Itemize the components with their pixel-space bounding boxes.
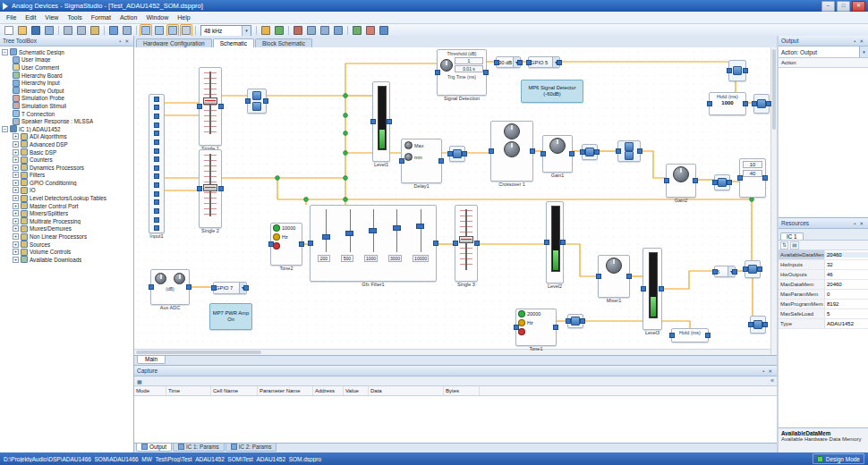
capture-window-icon[interactable] — [332, 24, 345, 37]
block-tG[interactable] — [567, 314, 583, 328]
output-body[interactable] — [779, 68, 868, 216]
resource-row-maxdatamem[interactable]: MaxDataMem20460 — [779, 280, 868, 290]
block-gain2[interactable]: Gain2 — [666, 164, 696, 198]
expand-icon[interactable]: + — [13, 218, 19, 224]
collapse-icon[interactable]: « — [770, 377, 774, 385]
block-input1[interactable]: Input1 — [149, 94, 165, 233]
zoom-out-icon[interactable] — [153, 24, 166, 37]
block-vals1[interactable]: 1040 — [739, 158, 766, 198]
column-mode[interactable]: Mode — [134, 386, 166, 395]
block-tD[interactable] — [714, 174, 730, 190]
block-tF[interactable] — [750, 316, 766, 334]
expand-icon[interactable]: + — [13, 195, 19, 201]
deploy-icon[interactable] — [364, 24, 377, 37]
menu-help[interactable]: Help — [173, 13, 194, 23]
tree-item-hierarchy-board[interactable]: Hierarchy Board — [2, 72, 133, 80]
design-mode-icon[interactable] — [351, 24, 363, 37]
menu-edit[interactable]: Edit — [21, 13, 40, 23]
tree-item-user-image[interactable]: User Image — [2, 56, 133, 64]
block-mp7note[interactable]: MP7 PWR Amp On — [209, 303, 252, 330]
link-compile-connect-icon[interactable] — [260, 24, 272, 37]
block-mp6note[interactable]: MP6 Signal Detector (-60dB) — [521, 80, 583, 103]
column-data[interactable]: Data — [369, 386, 444, 395]
capture-grid-icon[interactable]: ▦ — [137, 378, 142, 385]
block-xover1[interactable]: Crossover 1 — [490, 121, 533, 182]
tab-output[interactable]: Output — [136, 444, 172, 452]
tree-item-sources[interactable]: +Sources — [2, 241, 133, 249]
eq-slider[interactable] — [345, 209, 353, 252]
collapse-expander-icon[interactable]: − — [2, 126, 8, 132]
resource-row-type[interactable]: TypeADAU1452 — [779, 319, 868, 329]
block-geq1[interactable]: 2005001000300010000Gfx Filter1 — [310, 205, 437, 282]
block-gpio7[interactable]: GPIO 7 — [213, 282, 247, 294]
block-single3[interactable]: Single 3 — [455, 205, 478, 282]
expand-icon[interactable]: + — [13, 149, 19, 156]
knob-control[interactable] — [440, 59, 453, 72]
tree-item-muxes-demuxes[interactable]: +Muxes/Demuxes — [2, 225, 133, 233]
expand-icon[interactable]: + — [13, 156, 19, 163]
tree-item-user-comment[interactable]: User Comment — [2, 63, 133, 72]
tree-item-counters[interactable]: +Counters — [2, 156, 133, 164]
export-icon[interactable] — [43, 24, 55, 37]
fader-handle[interactable] — [203, 97, 217, 105]
tab-main[interactable]: Main — [137, 356, 166, 364]
paste-icon[interactable] — [89, 24, 101, 37]
column-time[interactable]: Time — [166, 386, 211, 395]
expand-icon[interactable]: + — [13, 133, 19, 140]
tree-item-advanced-dsp[interactable]: +Advanced DSP — [2, 140, 133, 148]
block-tC[interactable] — [617, 140, 641, 162]
scrollbar-thumb[interactable] — [772, 49, 776, 130]
grid-icon[interactable] — [180, 24, 192, 37]
tree-item-master-control-port[interactable]: +Master Control Port — [2, 202, 133, 210]
expand-icon[interactable]: + — [13, 187, 19, 193]
canvas-vertical-scrollbar[interactable] — [770, 47, 777, 355]
tree-item-volume-controls[interactable]: +Volume Controls — [2, 248, 133, 256]
output-action-select[interactable]: Action: Output ▾ — [779, 46, 868, 58]
resource-row-maxprogrammem[interactable]: MaxProgramMem8192 — [779, 300, 868, 309]
menu-view[interactable]: View — [40, 13, 63, 23]
tree-item-io[interactable]: +IO — [2, 187, 133, 195]
resource-row-maxsafeload[interactable]: MaxSafeLoad5 — [779, 309, 868, 319]
resource-row-maxparammem[interactable]: MaxParamMem0 — [779, 290, 868, 300]
tab-ic-1-params[interactable]: IC 1: Params — [173, 444, 225, 452]
eq-slider-handle[interactable] — [416, 224, 424, 229]
zoom-fit-icon[interactable] — [166, 24, 179, 37]
fader-handle[interactable] — [203, 184, 217, 191]
tree-item-dynamics-processors[interactable]: +Dynamics Processors — [2, 164, 133, 172]
tree-item-simulation-stimuli[interactable]: Simulation Stimuli — [2, 102, 133, 110]
close-button[interactable]: ✕ — [852, 1, 865, 12]
close-icon[interactable]: ✕ — [857, 37, 865, 46]
schematic-canvas[interactable]: Input1Single 1Single 2Level1Threshold (d… — [134, 47, 770, 349]
redo-icon[interactable] — [121, 24, 133, 37]
tree-item-hierarchy-output[interactable]: Hierarchy Output — [2, 87, 133, 95]
knob-control[interactable] — [404, 153, 413, 161]
block-hold1[interactable]: Hold (ms)1000 — [709, 92, 746, 115]
expand-icon[interactable]: + — [13, 233, 19, 240]
block-pots1[interactable]: (dB)Aux ADC — [150, 269, 190, 305]
column-value[interactable]: Value — [344, 386, 369, 395]
knob-control[interactable] — [155, 273, 166, 284]
sample-rate-select[interactable]: 48 kHz▾ — [200, 25, 251, 37]
knob-control[interactable] — [174, 273, 185, 284]
expand-icon[interactable]: + — [13, 210, 19, 216]
knob-control[interactable] — [504, 141, 520, 157]
block-thr30[interactable]: 30 dB — [496, 56, 521, 68]
column-address[interactable]: Address — [313, 386, 344, 395]
block-tA[interactable] — [449, 146, 465, 162]
block-tE[interactable] — [745, 260, 761, 278]
column-cell-name[interactable]: Cell Name — [211, 386, 258, 395]
block-tone2[interactable]: 10000HzTone2 — [270, 223, 302, 266]
resource-row-hwinputs[interactable]: HwInputs32 — [779, 260, 868, 270]
tab-ic-2-params[interactable]: IC 2: Params — [226, 444, 277, 452]
block-mixer1[interactable]: Mixer1 — [598, 255, 630, 298]
expand-icon[interactable]: + — [13, 172, 19, 178]
close-icon[interactable]: ✕ — [766, 367, 774, 376]
block-single1[interactable]: Single 1 — [199, 67, 222, 146]
eq-slider[interactable] — [369, 209, 377, 252]
tree-item-available-downloads[interactable]: +Available Downloads — [2, 256, 133, 264]
save-icon[interactable] — [30, 24, 42, 37]
collapse-expander-icon[interactable]: − — [2, 49, 8, 55]
menu-tools[interactable]: Tools — [63, 13, 86, 23]
block-gpio5[interactable]: GPIO 5 — [528, 56, 560, 68]
tree-item-adi-algorithms[interactable]: +ADI Algorithms — [2, 133, 133, 141]
